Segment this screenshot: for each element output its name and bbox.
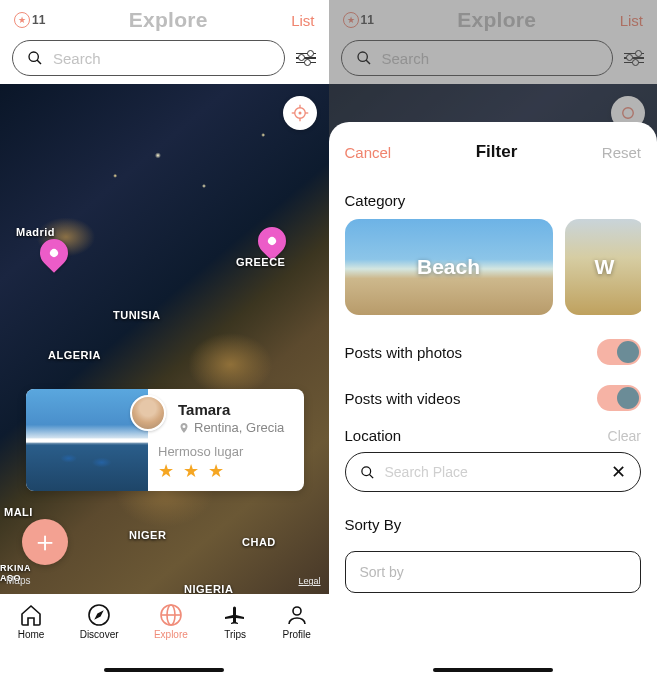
home-icon	[19, 603, 43, 627]
location-label: Location	[345, 427, 402, 444]
toggle-label: Posts with photos	[345, 344, 463, 361]
star-icon: ★	[14, 12, 30, 28]
map-label: ALGERIA	[48, 349, 101, 361]
tab-explore[interactable]: Explore	[154, 603, 188, 640]
page-title: Explore	[129, 8, 208, 32]
tab-trips[interactable]: Trips	[223, 603, 247, 640]
tab-home[interactable]: Home	[18, 603, 45, 640]
category-label: Category	[345, 192, 642, 209]
card-caption: Hermoso lugar	[158, 444, 294, 459]
filter-icon[interactable]	[295, 47, 317, 69]
tab-discover[interactable]: Discover	[80, 603, 119, 640]
sortby-select[interactable]: Sort by	[345, 551, 642, 593]
card-rating: ★ ★ ★	[158, 460, 294, 482]
location-input[interactable]	[385, 464, 602, 480]
home-indicator	[104, 668, 224, 672]
add-button[interactable]: ＋	[22, 519, 68, 565]
card-body: Tamara Rentina, Grecia Hermoso lugar ★ ★…	[148, 389, 304, 491]
tab-label: Profile	[282, 629, 310, 640]
svg-point-0	[29, 52, 38, 61]
pin-icon	[178, 422, 190, 434]
map-label: NIGER	[129, 529, 166, 541]
toggle-photos[interactable]	[597, 339, 641, 365]
toggle-videos[interactable]	[597, 385, 641, 411]
map-label: NIGERIA	[184, 583, 233, 594]
category-card[interactable]: W	[565, 219, 642, 315]
svg-point-3	[298, 112, 301, 115]
map-pin[interactable]	[34, 233, 74, 273]
avatar	[130, 395, 166, 431]
explore-map-screen: ★ 11 Explore List Madrid GREECE TUNISIA …	[0, 0, 329, 679]
map-label: CHAD	[242, 536, 276, 548]
map-pin[interactable]	[252, 221, 292, 261]
search-icon	[360, 465, 375, 480]
svg-marker-9	[96, 612, 102, 618]
tab-label: Discover	[80, 629, 119, 640]
plane-icon	[223, 603, 247, 627]
svg-point-17	[361, 466, 370, 475]
locate-button[interactable]	[283, 96, 317, 130]
compass-icon	[87, 603, 111, 627]
map[interactable]: Madrid GREECE TUNISIA ALGERIA MALI NIGER…	[0, 84, 329, 594]
location-row: Location Clear	[345, 427, 642, 444]
header: ★ 11 Explore List	[0, 0, 329, 36]
map-legal[interactable]: Legal	[298, 576, 320, 586]
clear-location-button[interactable]: Clear	[608, 428, 641, 444]
search-icon	[27, 50, 43, 66]
category-name: W	[595, 255, 615, 279]
card-user-name: Tamara	[178, 401, 294, 418]
toggle-label: Posts with videos	[345, 390, 461, 407]
location-search-bar[interactable]: ✕	[345, 452, 642, 492]
svg-line-18	[369, 474, 373, 478]
filter-sheet: Cancel Filter Reset Category Beach W Pos…	[329, 122, 658, 679]
points-badge[interactable]: ★ 11	[14, 12, 45, 28]
home-indicator	[433, 668, 553, 672]
tab-label: Trips	[224, 629, 246, 640]
search-row	[0, 36, 329, 84]
card-location: Rentina, Grecia	[178, 420, 294, 435]
map-attribution: Maps	[6, 575, 30, 586]
filter-title: Filter	[476, 142, 518, 162]
svg-point-13	[293, 607, 301, 615]
svg-line-1	[37, 60, 41, 64]
toggle-row-photos: Posts with photos	[345, 329, 642, 375]
close-icon[interactable]: ✕	[611, 461, 626, 483]
sheet-header: Cancel Filter Reset	[345, 142, 642, 162]
category-card-beach[interactable]: Beach	[345, 219, 553, 315]
points-count: 11	[32, 13, 45, 27]
tab-bar: Home Discover Explore Trips Profile	[0, 595, 329, 679]
tab-label: Home	[18, 629, 45, 640]
toggle-row-videos: Posts with videos	[345, 375, 642, 421]
globe-icon	[159, 603, 183, 627]
sortby-placeholder: Sort by	[360, 564, 404, 580]
map-label: MALI	[4, 506, 33, 518]
tab-label: Explore	[154, 629, 188, 640]
place-thumbnail	[26, 389, 148, 491]
tab-profile[interactable]: Profile	[282, 603, 310, 640]
profile-icon	[285, 603, 309, 627]
reset-button[interactable]: Reset	[602, 144, 641, 161]
map-label: GREECE	[236, 256, 285, 268]
category-row[interactable]: Beach W	[345, 219, 642, 315]
map-label: TUNISIA	[113, 309, 161, 321]
cancel-button[interactable]: Cancel	[345, 144, 392, 161]
place-card[interactable]: Tamara Rentina, Grecia Hermoso lugar ★ ★…	[26, 389, 304, 491]
filter-sheet-screen: ★11 Explore List Cancel Filter Reset Cat…	[329, 0, 658, 679]
map-label: Madrid	[16, 226, 55, 238]
card-location-text: Rentina, Grecia	[194, 420, 284, 435]
search-bar[interactable]	[12, 40, 285, 76]
sortby-label: Sorty By	[345, 516, 642, 533]
category-name: Beach	[417, 255, 480, 279]
list-toggle[interactable]: List	[291, 12, 314, 29]
search-input[interactable]	[53, 50, 270, 67]
